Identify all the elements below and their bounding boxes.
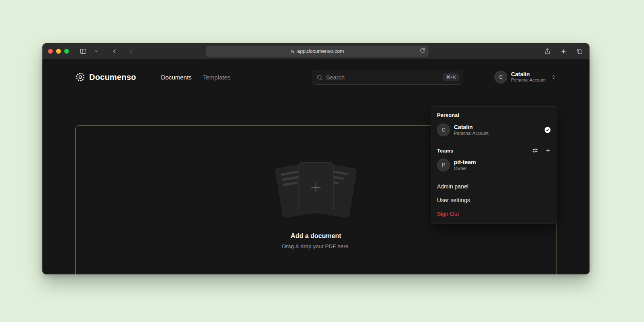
- close-window-button[interactable]: [48, 49, 53, 54]
- personal-account-type: Personal Account: [454, 131, 489, 136]
- menu-item-sign-out[interactable]: Sign Out: [431, 207, 557, 221]
- main-nav: Documents Templates: [161, 69, 230, 85]
- page-content: Documenso Documents Templates ⌘+K C: [42, 60, 590, 274]
- account-type: Personal Account: [511, 77, 546, 83]
- personal-section-label: Personal: [431, 108, 557, 121]
- back-button[interactable]: [109, 46, 120, 56]
- team-row[interactable]: P pit-team Owner: [431, 156, 557, 174]
- documenso-logo-icon: [75, 72, 85, 82]
- document-cards-illustration: [263, 161, 368, 218]
- search-input[interactable]: [326, 74, 440, 81]
- dropzone-title: Add a document: [263, 232, 368, 240]
- search-shortcut-badge: ⌘+K: [443, 73, 459, 81]
- avatar: P: [437, 159, 450, 171]
- lock-icon: [290, 49, 295, 54]
- plus-icon: [309, 180, 323, 194]
- personal-account-row[interactable]: C Catalin Personal Account: [431, 121, 557, 139]
- menu-item-admin-panel[interactable]: Admin panel: [431, 180, 557, 193]
- nav-documents[interactable]: Documents: [161, 74, 192, 81]
- zoom-window-button[interactable]: [64, 49, 69, 54]
- address-bar[interactable]: app.documenso.com: [206, 46, 429, 57]
- menu-divider: [431, 142, 557, 142]
- nav-templates[interactable]: Templates: [203, 74, 230, 81]
- personal-account-name: Catalin: [454, 124, 489, 131]
- browser-titlebar: app.documenso.com: [42, 43, 590, 59]
- share-icon[interactable]: [542, 46, 552, 56]
- forward-button[interactable]: [125, 46, 136, 56]
- reload-icon[interactable]: [420, 48, 425, 53]
- url-text: app.documenso.com: [297, 48, 344, 54]
- dropzone-content: Add a document Drag & drop your PDF here…: [263, 161, 368, 249]
- desktop: app.documenso.com: [0, 0, 644, 322]
- avatar: C: [437, 123, 450, 136]
- teams-section-header: Teams: [431, 144, 557, 156]
- selected-check-icon: [544, 126, 551, 134]
- search-icon: [316, 74, 323, 81]
- avatar: C: [494, 71, 507, 84]
- brand-name: Documenso: [89, 73, 136, 82]
- team-role: Owner: [454, 166, 476, 171]
- brand[interactable]: Documenso: [75, 69, 136, 85]
- new-tab-icon[interactable]: [558, 46, 569, 56]
- sidebar-toggle-icon[interactable]: [78, 46, 88, 56]
- teams-section-label: Teams: [437, 148, 453, 154]
- browser-window: app.documenso.com: [42, 43, 590, 274]
- menu-item-user-settings[interactable]: User settings: [431, 193, 557, 207]
- app-header: Documenso Documents Templates ⌘+K C: [75, 69, 556, 85]
- create-team-icon[interactable]: [545, 147, 551, 154]
- tab-overview-icon[interactable]: [574, 46, 585, 56]
- account-name: Catalin: [511, 71, 546, 77]
- document-card-center: [298, 162, 334, 212]
- menu-divider: [431, 177, 557, 177]
- manage-teams-icon[interactable]: [532, 147, 538, 154]
- traffic-lights: [48, 49, 69, 54]
- account-dropdown-menu: Personal C Catalin Personal Account Team…: [431, 106, 557, 224]
- team-name: pit-team: [454, 159, 476, 166]
- dropzone-subtitle: Drag & drop your PDF here.: [263, 243, 368, 249]
- account-menu-trigger[interactable]: C Catalin Personal Account: [494, 69, 556, 85]
- chevron-up-down-icon: [551, 74, 556, 80]
- minimize-window-button[interactable]: [56, 49, 61, 54]
- sidebar-chevron-down-icon[interactable]: [91, 46, 101, 56]
- search-box[interactable]: ⌘+K: [312, 70, 463, 85]
